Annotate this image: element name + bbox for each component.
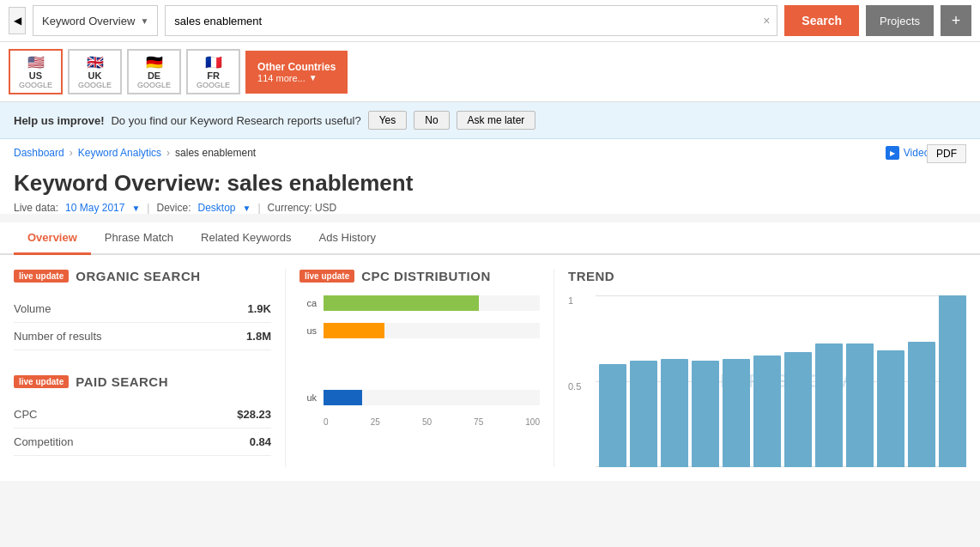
tab-related-keywords[interactable]: Related Keywords [187, 222, 305, 255]
trend-bar-4 [723, 359, 750, 467]
tab-phrase-match[interactable]: Phrase Match [91, 222, 187, 255]
country-us[interactable]: 🇺🇸 US GOOGLE [9, 49, 63, 94]
trend-title-text: TREND [568, 269, 614, 283]
de-flag-icon: 🇩🇪 [146, 54, 163, 70]
tool-dropdown[interactable]: Keyword Overview ▼ [33, 5, 158, 36]
fr-label: FR [207, 70, 220, 81]
breadcrumb-keyword-analytics[interactable]: Keyword Analytics [78, 147, 161, 159]
breadcrumb-sep-2: › [166, 147, 170, 159]
cpc-x-25: 25 [371, 417, 380, 427]
dropdown-arrow-icon: ▼ [140, 16, 148, 26]
cpc-title-text: CPC DISTRIBUTION [361, 269, 491, 283]
page-meta: Live data: 10 May 2017 ▼ | Device: Deskt… [14, 202, 966, 214]
cpc-distribution-section: live update CPC DISTRIBUTION ca us uk [299, 269, 540, 467]
info-bar: Help us improve! Do you find our Keyword… [0, 102, 980, 139]
breadcrumb-dashboard[interactable]: Dashboard [14, 147, 64, 159]
cpc-fill-us [324, 323, 384, 338]
divider-2 [554, 269, 554, 467]
de-engine: GOOGLE [137, 81, 171, 89]
organic-section-title: live update ORGANIC SEARCH [14, 269, 271, 283]
fr-flag-icon: 🇫🇷 [205, 54, 222, 70]
us-engine: GOOGLE [19, 81, 52, 89]
breadcrumb: Dashboard › Keyword Analytics › sales en… [14, 147, 256, 159]
top-bar: ◀ Keyword Overview ▼ × Search Projects + [0, 0, 980, 42]
trend-bars [596, 295, 966, 467]
trend-bar-0 [599, 364, 626, 467]
add-project-button[interactable]: + [941, 5, 971, 36]
page-title-prefix: Keyword Overview: [14, 170, 221, 196]
meta-sep-2: | [257, 202, 260, 214]
trend-bar-2 [661, 359, 688, 467]
country-fr[interactable]: 🇫🇷 FR GOOGLE [186, 49, 240, 94]
organic-volume-row: Volume 1.9K [14, 295, 271, 323]
us-label: US [29, 70, 42, 81]
trend-y-axis: 1 0.5 [568, 295, 581, 467]
cpc-x-0: 0 [324, 417, 329, 427]
currency-label: Currency: USD [268, 202, 337, 214]
device-link[interactable]: Desktop [197, 202, 235, 214]
page-header: Keyword Overview: sales enablement PDF L… [0, 163, 980, 214]
paid-cpc-value: $28.23 [237, 408, 271, 421]
breadcrumb-bar: Dashboard › Keyword Analytics › sales en… [0, 139, 980, 163]
paid-section-title: live update PAID SEARCH [14, 374, 271, 389]
tool-dropdown-label: Keyword Overview [42, 15, 135, 27]
clear-icon[interactable]: × [756, 14, 777, 27]
paid-competition-label: Competition [14, 435, 73, 448]
country-de[interactable]: 🇩🇪 DE GOOGLE [127, 49, 181, 94]
cpc-x-axis: 0 25 50 75 100 [299, 417, 540, 427]
trend-bar-3 [692, 361, 719, 467]
meta-sep-1: | [147, 202, 149, 214]
back-icon: ◀ [14, 15, 21, 27]
trend-bar-6 [784, 352, 812, 467]
search-input[interactable] [166, 15, 756, 27]
back-button[interactable]: ◀ [9, 7, 26, 34]
cpc-x-50: 50 [422, 417, 432, 427]
trend-bar-1 [630, 361, 657, 467]
tab-ads-history[interactable]: Ads History [305, 222, 390, 255]
other-countries-dropdown[interactable]: Other Countries 114 more... ▼ [245, 51, 348, 94]
organic-live-badge: live update [14, 270, 69, 283]
other-countries-arrow-icon: ▼ [309, 73, 318, 82]
paid-title-text: PAID SEARCH [76, 374, 168, 389]
cpc-container-uk [324, 390, 540, 405]
video-icon [886, 146, 899, 160]
other-countries-sublabel: 114 more... [257, 73, 305, 83]
trend-bar-5 [753, 356, 781, 467]
cpc-bar-ca: ca [299, 295, 540, 311]
paid-cpc-label: CPC [14, 408, 37, 421]
cpc-label-uk: uk [299, 392, 317, 403]
trend-y-1: 1 [568, 295, 581, 306]
cpc-container-ca [324, 295, 540, 311]
yes-button[interactable]: Yes [368, 111, 408, 130]
trend-bar-9 [877, 350, 904, 467]
cpc-label-ca: ca [299, 298, 317, 308]
tab-overview[interactable]: Overview [14, 222, 91, 255]
cpc-live-badge: live update [299, 270, 354, 283]
organic-results-label: Number of results [14, 330, 102, 343]
paid-cpc-row: CPC $28.23 [14, 401, 271, 428]
organic-title-text: ORGANIC SEARCH [76, 269, 200, 283]
breadcrumb-sep-1: › [70, 147, 73, 159]
live-date-link[interactable]: 10 May 2017 [65, 202, 124, 214]
search-button[interactable]: Search [784, 5, 859, 36]
uk-label: UK [88, 70, 102, 81]
cpc-container-us [324, 323, 540, 338]
trend-bar-10 [908, 342, 935, 467]
cpc-x-75: 75 [474, 417, 483, 427]
projects-button[interactable]: Projects [866, 5, 934, 36]
pdf-button[interactable]: PDF [927, 144, 966, 163]
no-button[interactable]: No [414, 111, 449, 130]
cpc-label-us: us [299, 325, 317, 336]
live-data-label: Live data: [14, 202, 58, 214]
cpc-x-100: 100 [525, 417, 540, 427]
paid-live-badge: live update [14, 375, 69, 388]
trend-bar-11 [939, 295, 966, 467]
page-title-keyword: sales enablement [227, 170, 414, 196]
country-uk[interactable]: 🇬🇧 UK GOOGLE [68, 49, 122, 94]
device-chevron-icon: ▼ [243, 204, 251, 213]
cpc-fill-ca [324, 295, 479, 311]
page-title: Keyword Overview: sales enablement [14, 170, 413, 197]
cpc-bar-us: us [299, 323, 540, 338]
help-text: Do you find our Keyword Research reports… [111, 114, 360, 127]
ask-later-button[interactable]: Ask me later [457, 111, 536, 130]
